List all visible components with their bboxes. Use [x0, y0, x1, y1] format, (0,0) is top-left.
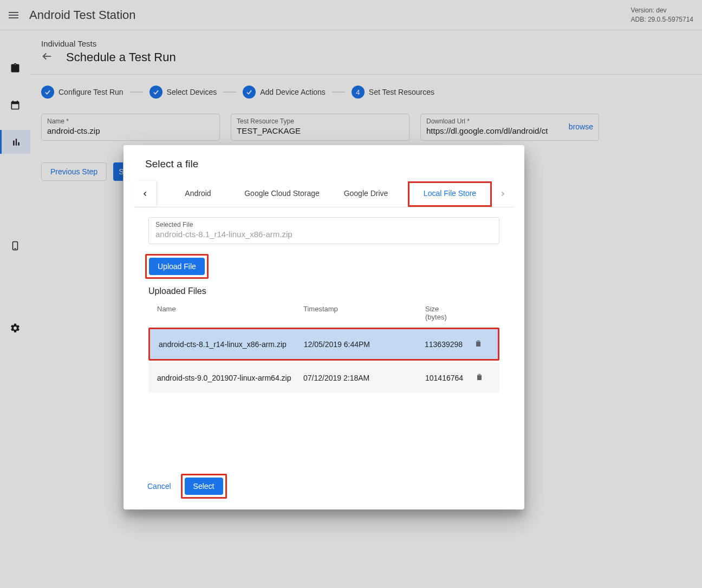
- select-file-dialog: Select a file Android Google Cloud Stora…: [123, 145, 524, 509]
- delete-icon[interactable]: [469, 373, 490, 383]
- tab-gcs[interactable]: Google Cloud Storage: [240, 181, 324, 206]
- tab-local-file-store[interactable]: Local File Store: [408, 181, 492, 207]
- tab-scroll-left-icon[interactable]: [134, 181, 156, 207]
- uploaded-files-heading: Uploaded Files: [148, 286, 524, 296]
- file-name: android-cts-8.1_r14-linux_x86-arm.zip: [159, 340, 304, 349]
- file-name: android-sts-9.0_201907-linux-arm64.zip: [157, 374, 303, 382]
- tab-row: Android Google Cloud Storage Google Driv…: [134, 181, 514, 207]
- selected-file-input[interactable]: [155, 230, 492, 239]
- file-timestamp: 07/12/2019 2:18AM: [303, 374, 425, 382]
- table-row[interactable]: android-sts-9.0_201907-linux-arm64.zip 0…: [148, 363, 499, 393]
- table-header: Name Timestamp Size (bytes): [148, 300, 499, 325]
- tab-drive[interactable]: Google Drive: [324, 181, 408, 206]
- file-timestamp: 12/05/2019 6:44PM: [304, 340, 425, 349]
- cancel-button[interactable]: Cancel: [143, 478, 176, 495]
- tab-scroll-right-icon[interactable]: [492, 181, 514, 207]
- select-button[interactable]: Select: [185, 478, 223, 495]
- file-size: 101416764: [425, 374, 469, 382]
- file-table: Name Timestamp Size (bytes) android-cts-…: [148, 300, 499, 393]
- upload-file-button[interactable]: Upload File: [149, 258, 205, 275]
- dialog-title: Select a file: [123, 158, 524, 174]
- delete-icon[interactable]: [467, 339, 489, 349]
- selected-file-field[interactable]: Selected File: [148, 217, 499, 244]
- file-size: 113639298: [425, 340, 467, 349]
- table-row[interactable]: android-cts-8.1_r14-linux_x86-arm.zip 12…: [150, 329, 498, 359]
- tab-android[interactable]: Android: [156, 181, 240, 206]
